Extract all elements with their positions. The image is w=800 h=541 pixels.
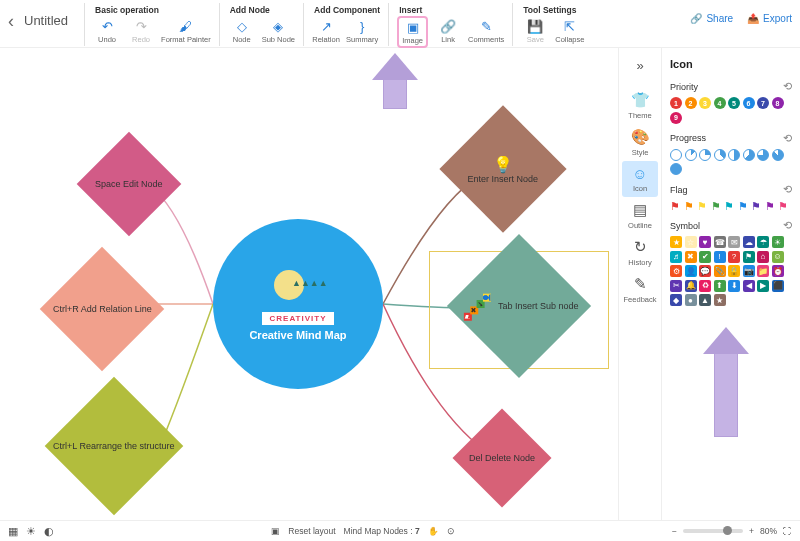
- symbol-icon[interactable]: ◆: [670, 294, 682, 306]
- mindmap-node[interactable]: Del Delete Node: [453, 409, 552, 508]
- symbol-icon[interactable]: ⏰: [772, 265, 784, 277]
- symbol-icon[interactable]: ♬: [670, 251, 682, 263]
- symbol-icon[interactable]: ☆: [685, 236, 697, 248]
- symbol-icon[interactable]: ✖: [685, 251, 697, 263]
- symbol-icon[interactable]: 💬: [699, 265, 711, 277]
- export-button[interactable]: 📤Export: [747, 13, 792, 24]
- collapse-panel-button[interactable]: »: [636, 58, 643, 73]
- reset-symbol-button[interactable]: ⟲: [783, 219, 792, 232]
- zoom-in-button[interactable]: +: [749, 526, 754, 536]
- symbol-icon[interactable]: ◀: [743, 280, 755, 292]
- mindmap-node[interactable]: Ctrl+L Rearrange the structure: [45, 377, 184, 516]
- collapse-button[interactable]: ⇱Collapse: [555, 18, 584, 44]
- symbol-icon[interactable]: ✉: [728, 236, 740, 248]
- fullscreen-icon[interactable]: ⛶: [783, 526, 792, 536]
- share-button[interactable]: 🔗Share: [690, 13, 733, 24]
- reset-priority-button[interactable]: ⟲: [783, 80, 792, 93]
- redo-button[interactable]: ↷Redo: [127, 18, 155, 44]
- mindmap-node[interactable]: Space Edit Node: [77, 132, 182, 237]
- mindmap-node[interactable]: 💡Enter Insert Node: [439, 105, 566, 232]
- mindmap-node[interactable]: Ctrl+R Add Relation Line: [40, 247, 164, 371]
- symbol-icon[interactable]: ⬆: [714, 280, 726, 292]
- symbol-icon[interactable]: ✔: [699, 251, 711, 263]
- priority-icon[interactable]: 2: [685, 97, 697, 109]
- mindmap-node[interactable]: ⚑✖✔👤Tab Insert Sub node: [447, 234, 591, 378]
- node-button[interactable]: ◇Node: [228, 18, 256, 44]
- flag-icon[interactable]: ⚑: [670, 200, 681, 211]
- progress-icon[interactable]: [685, 149, 697, 161]
- symbol-icon[interactable]: ⬛: [772, 280, 784, 292]
- reset-flag-button[interactable]: ⟲: [783, 183, 792, 196]
- symbol-icon[interactable]: ▲: [699, 294, 711, 306]
- symbol-icon[interactable]: ⚑: [743, 251, 755, 263]
- progress-icon[interactable]: [699, 149, 711, 161]
- symbol-icon[interactable]: ⚙: [670, 265, 682, 277]
- priority-icon[interactable]: 5: [728, 97, 740, 109]
- symbol-icon[interactable]: ⬇: [728, 280, 740, 292]
- flag-icon[interactable]: ⚑: [697, 200, 708, 211]
- tab-history[interactable]: ↻History: [622, 234, 659, 271]
- symbol-icon[interactable]: ●: [685, 294, 697, 306]
- symbol-icon[interactable]: !: [714, 251, 726, 263]
- reset-progress-button[interactable]: ⟲: [783, 132, 792, 145]
- undo-button[interactable]: ↶Undo: [93, 18, 121, 44]
- progress-icon[interactable]: [757, 149, 769, 161]
- flag-icon[interactable]: ⚑: [751, 200, 762, 211]
- flag-icon[interactable]: ⚑: [724, 200, 735, 211]
- symbol-icon[interactable]: 🔔: [685, 280, 697, 292]
- mindmap-canvas[interactable]: Space Edit Node Ctrl+R Add Relation Line…: [0, 48, 618, 520]
- reset-layout-button[interactable]: Reset layout: [288, 526, 335, 536]
- symbol-icon[interactable]: ☁: [743, 236, 755, 248]
- back-button[interactable]: ‹: [8, 3, 24, 32]
- subnode-button[interactable]: ◈Sub Node: [262, 18, 295, 44]
- symbol-icon[interactable]: ☀: [772, 236, 784, 248]
- tab-outline[interactable]: ▤Outline: [622, 197, 659, 234]
- priority-icon[interactable]: 8: [772, 97, 784, 109]
- progress-icon[interactable]: [743, 149, 755, 161]
- comments-button[interactable]: ✎Comments: [468, 18, 504, 46]
- mindmap-center-node[interactable]: ▲▲▲▲ CREATIVITY Creative Mind Map: [213, 219, 383, 389]
- tab-feedback[interactable]: ✎Feedback: [622, 271, 659, 308]
- flag-icon[interactable]: ⚑: [765, 200, 776, 211]
- flag-icon[interactable]: ⚑: [684, 200, 695, 211]
- priority-icon[interactable]: 4: [714, 97, 726, 109]
- progress-icon[interactable]: [728, 149, 740, 161]
- symbol-icon[interactable]: 📷: [743, 265, 755, 277]
- reset-layout-icon[interactable]: ▣: [271, 526, 280, 536]
- symbol-icon[interactable]: 👤: [685, 265, 697, 277]
- symbol-icon[interactable]: ▶: [757, 280, 769, 292]
- brightness-icon[interactable]: ☀: [26, 525, 36, 538]
- symbol-icon[interactable]: ☂: [757, 236, 769, 248]
- progress-icon[interactable]: [670, 149, 682, 161]
- symbol-icon[interactable]: ♻: [699, 280, 711, 292]
- locate-icon[interactable]: ⊙: [447, 526, 455, 536]
- symbol-icon[interactable]: ☎: [714, 236, 726, 248]
- symbol-icon[interactable]: 📎: [714, 265, 726, 277]
- symbol-icon[interactable]: ☺: [772, 251, 784, 263]
- grid-toggle-icon[interactable]: ▦: [8, 525, 18, 538]
- progress-icon[interactable]: [772, 149, 784, 161]
- tab-theme[interactable]: 👕Theme: [622, 87, 659, 124]
- relation-button[interactable]: ↗Relation: [312, 18, 340, 44]
- priority-icon[interactable]: 9: [670, 112, 682, 124]
- symbol-icon[interactable]: ⌂: [757, 251, 769, 263]
- symbol-icon[interactable]: ★: [714, 294, 726, 306]
- progress-icon[interactable]: [670, 163, 682, 175]
- theme-toggle-icon[interactable]: ◐: [44, 525, 54, 538]
- flag-icon[interactable]: ⚑: [711, 200, 722, 211]
- symbol-icon[interactable]: ♥: [699, 236, 711, 248]
- symbol-icon[interactable]: 🔒: [728, 265, 740, 277]
- save-button[interactable]: 💾Save: [521, 18, 549, 44]
- flag-icon[interactable]: ⚑: [738, 200, 749, 211]
- progress-icon[interactable]: [714, 149, 726, 161]
- priority-icon[interactable]: 3: [699, 97, 711, 109]
- summary-button[interactable]: }Summary: [346, 18, 378, 44]
- symbol-icon[interactable]: ✂: [670, 280, 682, 292]
- image-button[interactable]: ▣Image: [397, 16, 428, 48]
- priority-icon[interactable]: 6: [743, 97, 755, 109]
- tab-style[interactable]: 🎨Style: [622, 124, 659, 161]
- zoom-slider[interactable]: [683, 529, 743, 533]
- document-title[interactable]: Untitled: [24, 3, 84, 28]
- priority-icon[interactable]: 1: [670, 97, 682, 109]
- flag-icon[interactable]: ⚑: [778, 200, 789, 211]
